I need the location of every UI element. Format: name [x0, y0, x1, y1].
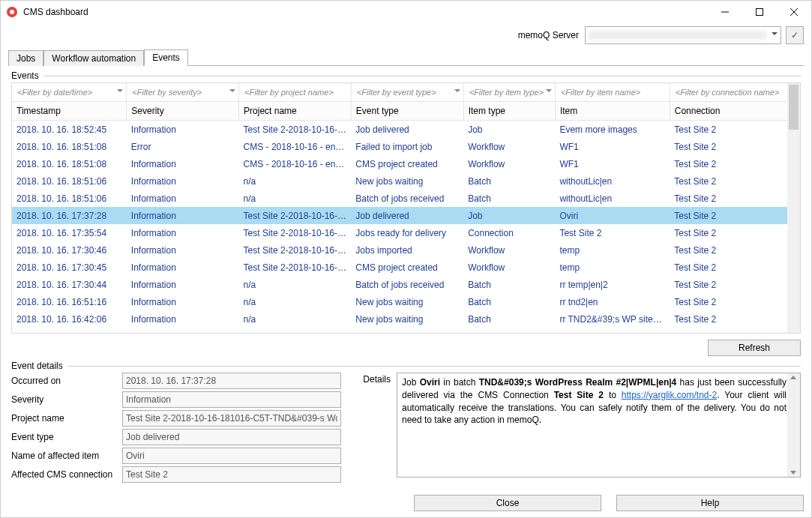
events-grid: <Filter by date/time> <Filter by severit…: [11, 82, 801, 334]
col-item[interactable]: Item: [555, 102, 670, 121]
close-button[interactable]: [777, 1, 811, 23]
server-bar: memoQ Server ✓: [1, 23, 811, 47]
close-dialog-button[interactable]: Close: [414, 495, 601, 511]
label-occurred-on: Occurred on: [11, 376, 116, 386]
label-connection: Affected CMS connection: [11, 469, 116, 480]
svg-rect-1: [757, 9, 763, 16]
col-severity[interactable]: Severity: [127, 102, 239, 121]
tab-strip: Jobs Workflow automation Events: [1, 47, 811, 65]
col-event-type[interactable]: Event type: [351, 102, 463, 121]
grid-scrollbar[interactable]: [787, 83, 800, 333]
server-confirm-button[interactable]: ✓: [786, 26, 804, 44]
table-row[interactable]: 2018. 10. 16. 16:11:17InformationTest Si…: [12, 328, 800, 333]
table-row[interactable]: 2018. 10. 16. 16:51:16Informationn/aNew …: [12, 293, 800, 310]
filter-item[interactable]: <Filter by item name>: [555, 83, 670, 102]
filter-event-type[interactable]: <Filter by event type>: [351, 83, 463, 102]
field-project-name: [122, 410, 341, 427]
field-occurred-on: [122, 373, 341, 389]
label-event-type: Event type: [11, 432, 116, 442]
details-scrollbar[interactable]: [787, 373, 800, 477]
details-group-header: Event details: [11, 361, 801, 371]
table-row[interactable]: 2018. 10. 16. 17:30:46InformationTest Si…: [12, 241, 800, 259]
filter-item-type[interactable]: <Filter by item type>: [463, 83, 555, 102]
field-connection: [122, 466, 341, 483]
table-row[interactable]: 2018. 10. 16. 17:35:54InformationTest Si…: [12, 224, 800, 241]
server-label: memoQ Server: [518, 30, 579, 40]
window-title: CMS dashboard: [23, 7, 708, 17]
minimize-button[interactable]: [708, 1, 742, 23]
app-window: CMS dashboard memoQ Server ✓ Jobs Workfl…: [0, 0, 812, 518]
col-timestamp[interactable]: Timestamp: [12, 102, 127, 121]
table-row[interactable]: 2018. 10. 16. 18:51:06Informationn/aBatc…: [12, 190, 800, 207]
col-project[interactable]: Project name: [239, 102, 352, 121]
maximize-button[interactable]: [742, 1, 777, 23]
filter-connection[interactable]: <Filter by connection name>: [670, 83, 799, 102]
filter-severity[interactable]: <Filter by severity>: [127, 83, 239, 102]
tab-jobs[interactable]: Jobs: [8, 50, 43, 66]
filter-project[interactable]: <Filter by project name>: [239, 83, 352, 102]
table-row[interactable]: 2018. 10. 16. 18:52:45InformationTest Si…: [12, 121, 800, 139]
label-details: Details: [353, 373, 391, 483]
table-row[interactable]: 2018. 10. 16. 17:30:44Informationn/aBatc…: [12, 276, 800, 293]
field-severity: [122, 391, 341, 408]
details-text: Job Oviri in batch TND&#039;s WordPress …: [397, 373, 801, 478]
title-bar: CMS dashboard: [1, 1, 811, 23]
chevron-down-icon: [546, 89, 552, 92]
chevron-down-icon: [117, 89, 123, 92]
filter-timestamp[interactable]: <Filter by date/time>: [12, 83, 127, 102]
label-project-name: Project name: [11, 413, 116, 424]
label-item-name: Name of affected item: [11, 451, 116, 461]
tab-events[interactable]: Events: [144, 49, 188, 66]
table-row[interactable]: 2018. 10. 16. 16:42:06Informationn/aNew …: [12, 310, 800, 328]
table-row[interactable]: 2018. 10. 16. 17:37:28InformationTest Si…: [12, 207, 800, 224]
chevron-down-icon: [454, 89, 460, 92]
col-connection[interactable]: Connection: [670, 102, 799, 121]
table-row[interactable]: 2018. 10. 16. 17:30:45InformationTest Si…: [12, 259, 800, 276]
tab-workflow-automation[interactable]: Workflow automation: [43, 50, 144, 66]
footer-buttons: Close Help: [8, 495, 804, 511]
field-event-type: [122, 429, 341, 445]
chevron-down-icon: [229, 89, 235, 92]
app-icon: [7, 7, 17, 17]
table-row[interactable]: 2018. 10. 16. 18:51:08ErrorCMS - 2018-10…: [12, 138, 800, 155]
chevron-down-icon: [772, 32, 778, 35]
table-row[interactable]: 2018. 10. 16. 18:51:06Informationn/aNew …: [12, 172, 800, 190]
details-link[interactable]: https://yarglik.com/tnd-2: [622, 390, 717, 400]
col-item-type[interactable]: Item type: [463, 102, 555, 121]
help-button[interactable]: Help: [616, 495, 804, 511]
events-group-header: Events: [11, 70, 801, 81]
events-panel: Events <Filter by date/time> <Filter by …: [8, 65, 804, 489]
field-item-name: [122, 448, 341, 464]
label-severity: Severity: [11, 394, 116, 405]
refresh-button[interactable]: Refresh: [708, 340, 801, 356]
server-combo[interactable]: [585, 26, 781, 44]
table-row[interactable]: 2018. 10. 16. 18:51:08InformationCMS - 2…: [12, 155, 800, 172]
